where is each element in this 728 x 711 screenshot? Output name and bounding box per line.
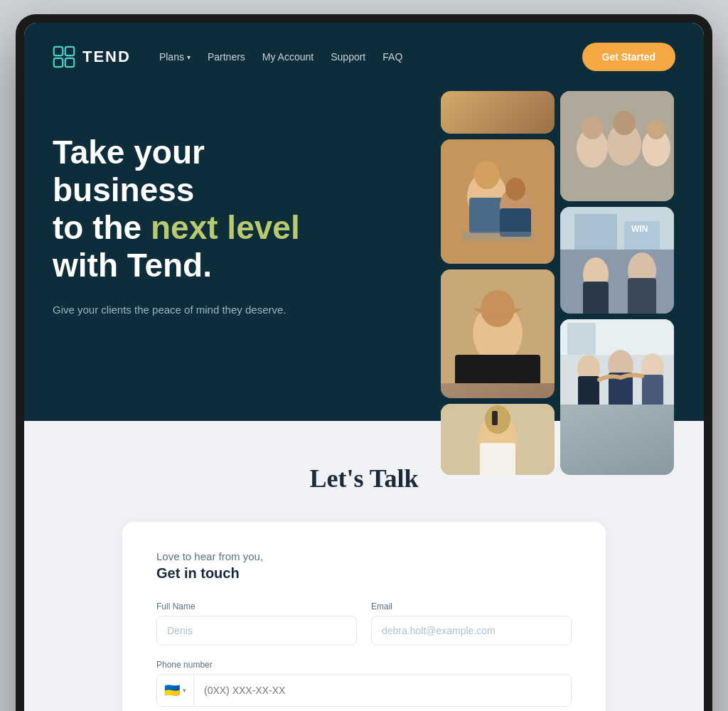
hero-title: Take your business to the next level wit…	[53, 134, 351, 284]
email-label: Email	[371, 602, 572, 611]
contact-card: Love to hear from you, Get in touch Full…	[122, 522, 606, 711]
svg-rect-39	[567, 323, 596, 355]
browser-content: Tend Plans ▾ Partners My Account	[24, 23, 704, 711]
hero-text: Take your business to the next level wit…	[53, 105, 351, 319]
svg-rect-35	[628, 278, 656, 314]
photo-grid-inner: WIN	[441, 91, 682, 475]
photo-women-group	[560, 91, 674, 201]
form-name-email-row: Full Name Email	[156, 602, 572, 646]
logo-text: Tend	[82, 48, 131, 66]
svg-rect-15	[455, 355, 540, 383]
svg-rect-7	[469, 198, 505, 233]
svg-rect-1	[65, 47, 74, 55]
nav-links: Plans ▾ Partners My Account Support	[159, 51, 402, 63]
navbar-left: Tend Plans ▾ Partners My Account	[53, 46, 402, 68]
plans-chevron-icon: ▾	[187, 53, 191, 61]
man-phone-illustration	[441, 404, 555, 475]
svg-rect-33	[583, 282, 609, 314]
photo-grid: WIN	[441, 91, 682, 475]
get-started-button[interactable]: Get Started	[582, 43, 675, 71]
women-group-illustration	[560, 91, 674, 201]
card-heading: Get in touch	[156, 565, 572, 582]
svg-rect-20	[492, 411, 498, 425]
phone-group: Phone number 🇺🇦 ▾	[156, 660, 572, 707]
svg-text:WIN: WIN	[631, 224, 648, 234]
photo-people-laptop	[441, 139, 555, 264]
photo-top-strip	[441, 91, 555, 134]
email-input[interactable]	[371, 616, 572, 646]
logo[interactable]: Tend	[53, 46, 131, 68]
photo-office-meeting: WIN	[560, 207, 674, 314]
photo-col-2: WIN	[560, 91, 674, 475]
hero-subtitle: Give your clients the peace of mind they…	[53, 301, 351, 319]
svg-rect-11	[462, 232, 533, 240]
navbar: Tend Plans ▾ Partners My Account	[24, 23, 704, 91]
full-name-input[interactable]	[156, 616, 357, 646]
woman-smiling-illustration	[441, 269, 555, 383]
svg-rect-19	[480, 443, 515, 475]
flag-chevron-icon: ▾	[183, 687, 186, 694]
nav-faq[interactable]: FAQ	[382, 51, 402, 63]
svg-rect-3	[65, 58, 74, 67]
svg-rect-45	[642, 375, 663, 405]
svg-rect-41	[578, 376, 599, 405]
full-name-label: Full Name	[156, 602, 357, 611]
office-illustration: WIN	[560, 207, 674, 314]
svg-rect-30	[574, 214, 617, 250]
hero-section: Tend Plans ▾ Partners My Account	[24, 23, 704, 421]
svg-rect-0	[54, 47, 63, 55]
nav-support[interactable]: Support	[331, 51, 365, 63]
full-name-group: Full Name	[156, 602, 357, 646]
photo-woman-smiling	[441, 269, 555, 398]
device-frame: Tend Plans ▾ Partners My Account	[16, 14, 712, 711]
card-subtitle: Love to hear from you,	[156, 550, 572, 562]
photo-handshake	[560, 319, 674, 475]
phone-input-wrapper: 🇺🇦 ▾	[156, 674, 572, 707]
people-laptop-illustration	[441, 139, 555, 264]
svg-point-9	[505, 178, 525, 201]
tend-logo-icon	[53, 46, 75, 68]
nav-my-account[interactable]: My Account	[262, 51, 314, 63]
phone-input[interactable]	[194, 676, 571, 705]
handshake-illustration	[560, 319, 674, 405]
nav-plans[interactable]: Plans ▾	[159, 51, 191, 63]
phone-flag[interactable]: 🇺🇦 ▾	[157, 675, 194, 706]
photo-col-1	[441, 91, 555, 475]
nav-partners[interactable]: Partners	[208, 51, 245, 63]
svg-point-25	[613, 111, 636, 135]
svg-point-23	[582, 117, 603, 139]
email-group: Email	[371, 602, 572, 646]
photo-man-phone	[441, 404, 555, 475]
svg-point-6	[474, 161, 500, 189]
svg-rect-2	[54, 58, 63, 67]
phone-label: Phone number	[156, 660, 572, 670]
svg-point-27	[647, 119, 665, 139]
hero-body: Take your business to the next level wit…	[24, 91, 704, 347]
